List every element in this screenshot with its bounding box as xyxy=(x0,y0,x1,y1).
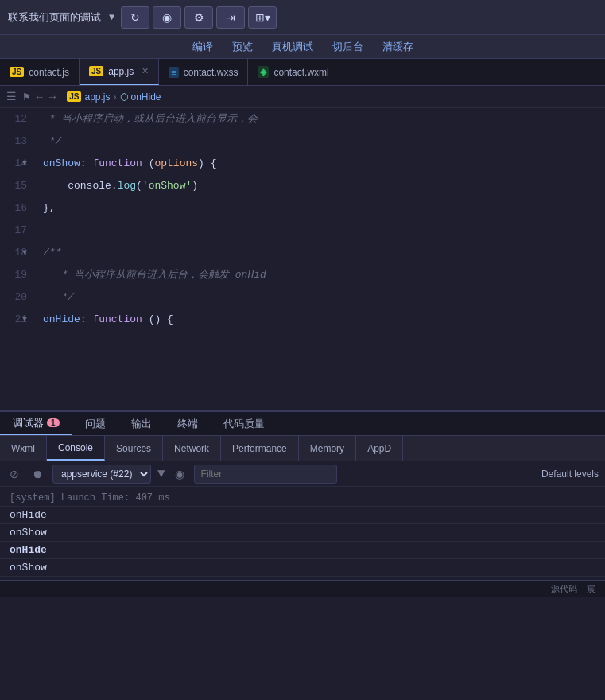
debug-button[interactable]: ⚙ xyxy=(184,6,213,29)
compile-btn[interactable]: 编译 xyxy=(192,40,213,54)
devtools-tab-wxml-label: Wxml xyxy=(11,443,35,454)
back-icon[interactable]: ← xyxy=(36,91,42,103)
clear-cache-btn[interactable]: 清缓存 xyxy=(382,40,413,54)
line-content-15: console.log('onShow') xyxy=(40,175,605,197)
collapse-arrow-18[interactable]: ▼ xyxy=(22,242,27,264)
devtools-tab-performance-label: Performance xyxy=(232,443,287,454)
breadcrumb: ☰ ⚑ ← → JS app.js › ⬡ onHide xyxy=(0,86,605,108)
debug-tab-bar: 调试器 1 问题 输出 终端 代码质量 xyxy=(0,410,605,436)
console-text-onhide-1: onHide xyxy=(10,509,47,521)
forward-nav-icon[interactable]: → xyxy=(49,91,56,103)
code-line-17: 17 xyxy=(0,220,605,242)
list-icon[interactable]: ☰ xyxy=(6,90,17,103)
line-number-18: ▼ 18 xyxy=(0,242,40,264)
tab-icon-js: JS xyxy=(10,67,24,77)
devtools-tab-appd[interactable]: AppD xyxy=(356,436,403,461)
line-content-16: }, xyxy=(40,197,605,220)
console-eye-btn[interactable]: ◉ xyxy=(172,466,188,482)
debug-tab-debugger[interactable]: 调试器 1 xyxy=(0,412,72,435)
breadcrumb-icons: ☰ ⚑ ← → xyxy=(6,90,56,103)
tab-label-contact-js: contact.js xyxy=(29,67,69,78)
devtools-tab-sources[interactable]: Sources xyxy=(105,436,163,461)
file-tabs: JS contact.js JS app.js ✕ ≡ contact.wxss… xyxy=(0,59,605,86)
status-user: 宸 xyxy=(587,583,595,595)
console-text-onhide-2: onHide xyxy=(10,544,47,556)
line-number-13: 13 xyxy=(0,130,40,153)
console-text-onshow-2: onShow xyxy=(10,562,47,574)
code-editor[interactable]: 12 * 当小程序启动，或从后台进入前台显示，会 13 */ ▼ 14 onSh… xyxy=(0,108,605,410)
line-number-15: 15 xyxy=(0,175,40,197)
tab-label-contact-wxss: contact.wxss xyxy=(184,67,239,78)
devtools-tabs: Wxml Console Sources Network Performance… xyxy=(0,436,605,461)
console-line-onhide-1: onHide xyxy=(0,507,605,524)
context-selector[interactable]: appservice (#22) xyxy=(52,465,151,484)
refresh-button[interactable]: ↻ xyxy=(121,6,149,29)
console-stop-btn[interactable]: ⏺ xyxy=(29,466,46,482)
tab-icon-app-js: JS xyxy=(89,66,103,76)
console-text-onshow-1: onShow xyxy=(10,527,47,539)
devtools-tab-network-label: Network xyxy=(174,443,209,454)
debug-tab-output[interactable]: 输出 xyxy=(118,412,165,435)
line-content-19: * 当小程序从前台进入后台，会触发 onHid xyxy=(40,264,605,286)
sub-toolbar: 编译 预览 真机调试 切后台 清缓存 xyxy=(0,35,605,59)
devtools-tab-memory-label: Memory xyxy=(310,443,344,454)
line-content-21: onHide: function () { xyxy=(40,309,605,331)
line-number-16: 16 xyxy=(0,197,40,220)
layers-button[interactable]: ⊞▾ xyxy=(248,6,277,29)
devtools-tab-appd-label: AppD xyxy=(367,443,391,454)
console-output: [system] Launch Time: 407 ms onHide onSh… xyxy=(0,487,605,580)
console-text-system: [system] Launch Time: 407 ms xyxy=(10,492,170,504)
default-levels-label: Default levels xyxy=(541,469,599,480)
line-number-12: 12 xyxy=(0,108,40,130)
console-toolbar: ⊘ ⏺ appservice (#22) ▼ ◉ Default levels xyxy=(0,461,605,487)
tab-contact-wxml[interactable]: ◈ contact.wxml xyxy=(248,59,339,85)
breadcrumb-js-icon: JS xyxy=(67,91,81,102)
real-device-btn[interactable]: 真机调试 xyxy=(272,40,313,54)
line-content-14: onShow: function (options) { xyxy=(40,153,605,175)
line-number-17: 17 xyxy=(0,220,40,242)
devtools-tab-network[interactable]: Network xyxy=(163,436,221,461)
preview-btn[interactable]: 预览 xyxy=(232,40,253,54)
devtools-tab-performance[interactable]: Performance xyxy=(221,436,299,461)
devtools-tab-memory[interactable]: Memory xyxy=(299,436,356,461)
debug-badge-1: 1 xyxy=(47,418,60,427)
devtools-tab-console[interactable]: Console xyxy=(47,436,105,461)
code-line-14: ▼ 14 onShow: function (options) { xyxy=(0,153,605,175)
line-number-19: 19 xyxy=(0,264,40,286)
tab-app-js[interactable]: JS app.js ✕ xyxy=(80,59,159,85)
line-content-18: /** xyxy=(40,242,605,264)
console-line-onhide-2: onHide xyxy=(0,542,605,559)
line-content-13: */ xyxy=(40,130,605,153)
debug-tab-quality[interactable]: 代码质量 xyxy=(211,412,277,435)
debug-tab-quality-label: 代码质量 xyxy=(223,417,265,431)
console-clear-btn[interactable]: ⊘ xyxy=(6,466,22,482)
debug-tab-problems[interactable]: 问题 xyxy=(72,412,118,435)
debug-tab-problems-label: 问题 xyxy=(85,417,106,431)
breadcrumb-path: JS app.js › ⬡ onHide xyxy=(67,91,161,103)
tab-contact-js[interactable]: JS contact.js xyxy=(0,59,80,85)
bookmark-icon[interactable]: ⚑ xyxy=(23,90,29,103)
tab-close-app-js[interactable]: ✕ xyxy=(142,66,149,76)
status-bar: 源代码 宸 xyxy=(0,580,605,597)
filter-input[interactable] xyxy=(194,465,337,484)
switch-bg-btn[interactable]: 切后台 xyxy=(332,40,363,54)
tab-icon-wxss: ≡ xyxy=(169,67,178,78)
code-line-15: 15 console.log('onShow') xyxy=(0,175,605,197)
code-line-21: ▼ 21 onHide: function () { xyxy=(0,309,605,331)
tab-label-app-js: app.js xyxy=(108,66,134,77)
collapse-arrow-21[interactable]: ▼ xyxy=(22,309,27,331)
collapse-arrow-14[interactable]: ▼ xyxy=(22,153,27,175)
code-line-20: 20 */ xyxy=(0,286,605,309)
breadcrumb-separator: › xyxy=(114,91,117,103)
toolbar-title: 联系我们页面的调试 xyxy=(8,10,101,25)
console-line-system: [system] Launch Time: 407 ms xyxy=(0,490,605,507)
line-number-14: ▼ 14 xyxy=(0,153,40,175)
forward-button[interactable]: ⇥ xyxy=(216,6,245,29)
debug-tab-terminal[interactable]: 终端 xyxy=(165,412,211,435)
breadcrumb-file: app.js xyxy=(84,91,110,103)
debug-tab-terminal-label: 终端 xyxy=(177,417,198,431)
tab-contact-wxss[interactable]: ≡ contact.wxss xyxy=(159,59,248,85)
console-line-onshow-2: onShow xyxy=(0,559,605,577)
devtools-tab-wxml[interactable]: Wxml xyxy=(0,436,47,461)
preview-button[interactable]: ◉ xyxy=(153,6,181,29)
